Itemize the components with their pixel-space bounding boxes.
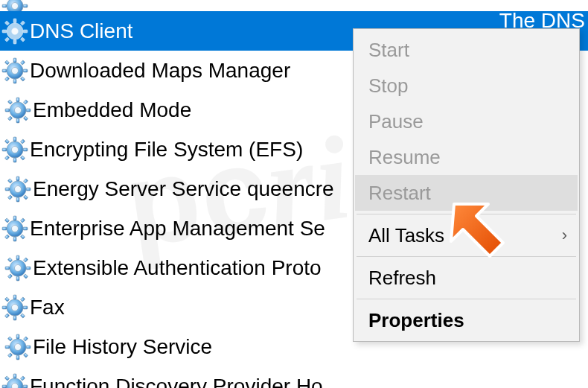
svg-rect-98 [23, 352, 28, 357]
svg-rect-95 [7, 336, 12, 340]
svg-rect-35 [7, 99, 12, 104]
svg-point-59 [15, 185, 22, 192]
context-menu: Start Stop Pause Resume Restart All Task… [353, 28, 580, 342]
svg-point-69 [12, 225, 19, 232]
service-label: Fax [30, 296, 65, 319]
svg-rect-56 [23, 178, 28, 182]
svg-rect-68 [20, 234, 25, 238]
svg-rect-93 [5, 346, 10, 349]
svg-rect-43 [2, 148, 7, 151]
svg-rect-72 [16, 276, 19, 281]
svg-rect-18 [20, 36, 25, 41]
svg-rect-13 [2, 30, 7, 33]
svg-rect-84 [23, 306, 28, 309]
gear-icon [0, 294, 30, 321]
svg-rect-94 [26, 346, 31, 349]
svg-rect-92 [16, 355, 19, 360]
svg-rect-45 [4, 139, 9, 143]
svg-rect-16 [20, 20, 25, 25]
svg-point-49 [12, 146, 19, 153]
menu-item-start[interactable]: Start [355, 32, 578, 68]
gear-icon [3, 176, 33, 203]
menu-item-restart[interactable]: Restart [355, 175, 578, 211]
svg-rect-34 [26, 109, 31, 112]
gear-icon [0, 18, 30, 45]
svg-rect-33 [5, 109, 10, 112]
svg-rect-58 [23, 194, 28, 199]
svg-rect-62 [13, 237, 16, 241]
menu-item-pause[interactable]: Pause [355, 104, 578, 139]
svg-rect-83 [2, 306, 7, 309]
svg-rect-105 [4, 375, 9, 380]
svg-point-19 [12, 28, 19, 34]
service-label: Encrypting File System (EFS) [30, 138, 303, 162]
svg-rect-77 [7, 273, 12, 278]
gear-icon [0, 136, 30, 163]
svg-rect-76 [23, 257, 28, 261]
svg-rect-96 [23, 336, 28, 340]
svg-rect-71 [16, 255, 19, 260]
svg-rect-52 [16, 197, 19, 202]
menu-item-resume[interactable]: Resume [355, 139, 578, 175]
svg-rect-67 [4, 234, 9, 238]
svg-rect-48 [20, 155, 25, 159]
svg-rect-55 [7, 178, 12, 182]
svg-point-29 [12, 67, 19, 74]
svg-rect-23 [2, 69, 7, 72]
svg-rect-82 [13, 316, 16, 320]
svg-point-9 [12, 2, 19, 9]
service-label: Extensible Authentication Proto [33, 256, 322, 280]
menu-item-refresh[interactable]: Refresh [355, 260, 578, 296]
svg-rect-31 [16, 98, 19, 102]
menu-separator [357, 256, 576, 257]
service-label: Downloaded Maps Manager [30, 59, 290, 83]
menu-item-all-tasks[interactable]: All Tasks › [355, 217, 578, 253]
gear-icon [0, 0, 30, 11]
svg-rect-51 [16, 176, 19, 181]
chevron-right-icon: › [562, 226, 567, 245]
svg-rect-47 [4, 155, 9, 159]
svg-point-39 [15, 106, 22, 113]
svg-point-79 [15, 264, 22, 271]
svg-rect-91 [16, 334, 19, 339]
svg-rect-86 [20, 296, 25, 301]
svg-rect-26 [20, 60, 25, 64]
svg-point-99 [15, 343, 22, 350]
svg-rect-54 [26, 188, 31, 191]
svg-rect-28 [20, 76, 25, 80]
svg-rect-64 [23, 227, 28, 230]
gear-icon [0, 57, 30, 84]
service-label: DNS Client [30, 19, 132, 43]
svg-rect-21 [13, 58, 16, 63]
svg-rect-104 [23, 385, 28, 388]
svg-rect-88 [20, 313, 25, 317]
service-row[interactable]: Function Discovery Provider Ho [0, 366, 588, 388]
menu-item-stop[interactable]: Stop [355, 68, 578, 104]
svg-rect-53 [5, 188, 10, 191]
svg-rect-101 [13, 374, 16, 378]
service-label: Function Discovery Provider Ho [30, 375, 323, 389]
svg-rect-12 [13, 39, 16, 44]
svg-rect-103 [2, 385, 7, 388]
gear-icon [3, 97, 33, 124]
svg-point-89 [12, 304, 19, 311]
svg-rect-27 [4, 76, 9, 80]
svg-rect-3 [2, 4, 7, 7]
svg-rect-75 [7, 257, 12, 261]
svg-rect-85 [4, 296, 9, 301]
service-label: File History Service [33, 335, 212, 359]
svg-rect-41 [13, 137, 16, 141]
menu-separator [357, 299, 576, 299]
svg-rect-32 [16, 118, 19, 123]
svg-rect-15 [4, 20, 9, 25]
svg-rect-78 [23, 273, 28, 278]
svg-rect-14 [23, 30, 28, 33]
svg-rect-37 [7, 115, 12, 120]
service-label: Embedded Mode [33, 98, 191, 122]
gear-icon [0, 215, 30, 242]
menu-item-properties[interactable]: Properties [355, 302, 578, 338]
svg-rect-57 [7, 194, 12, 199]
service-label: Enterprise App Management Se [30, 217, 325, 241]
gear-icon [0, 373, 30, 389]
svg-rect-22 [13, 79, 16, 83]
